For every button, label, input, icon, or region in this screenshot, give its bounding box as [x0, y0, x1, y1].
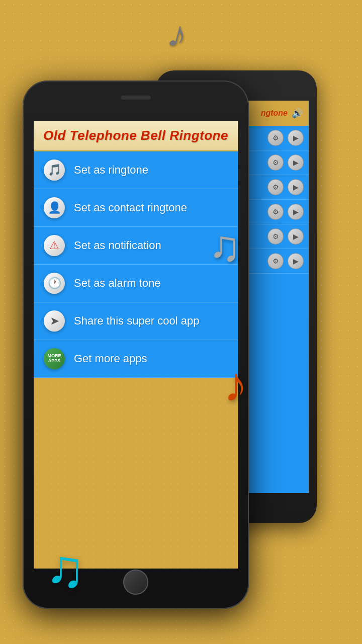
menu-item-contact-ringtone[interactable]: 👤 Set as contact ringtone [34, 189, 238, 227]
menu-list: 🎵 Set as ringtone 👤 Set as contact ringt… [34, 151, 238, 378]
bg-play-icon-3: ▶ [288, 179, 304, 195]
notification-label: Set as notification [74, 239, 161, 252]
menu-item-share[interactable]: ➤ Share this super cool app [34, 302, 238, 340]
bg-play-icon-1: ▶ [288, 130, 304, 146]
menu-item-more-apps[interactable]: MOREAPPS Get more apps [34, 340, 238, 378]
ringtone-label: Set as ringtone [74, 164, 148, 177]
more-apps-icon: MOREAPPS [44, 348, 65, 369]
app-header: Old Telephone Bell Ringtone [34, 121, 238, 151]
bg-phone-title: ngtone [261, 109, 288, 118]
menu-item-notification[interactable]: ⚠ Set as notification [34, 227, 238, 265]
bg-gear-icon-2: ⚙ [267, 154, 284, 171]
app-title: Old Telephone Bell Ringtone [42, 128, 230, 143]
menu-item-alarm[interactable]: 🕐 Set as alarm tone [34, 265, 238, 302]
note-blue-icon: ♫ [45, 538, 85, 599]
phone-speaker [121, 96, 151, 100]
phone-home-button[interactable] [123, 570, 148, 595]
bg-gear-icon-4: ⚙ [267, 204, 284, 220]
alarm-icon: 🕐 [44, 273, 65, 294]
bg-gear-icon-6: ⚙ [267, 253, 284, 269]
share-icon: ➤ [44, 310, 65, 332]
more-apps-label: Get more apps [74, 352, 147, 365]
alarm-label: Set as alarm tone [74, 277, 160, 290]
ringtone-icon: 🎵 [44, 159, 65, 181]
menu-item-ringtone[interactable]: 🎵 Set as ringtone [34, 151, 238, 189]
main-screen: Old Telephone Bell Ringtone 🎵 Set as rin… [34, 121, 238, 569]
note-red-icon: ♪ [224, 357, 248, 412]
main-phone: Old Telephone Bell Ringtone 🎵 Set as rin… [23, 80, 249, 609]
contact-ringtone-label: Set as contact ringtone [74, 201, 187, 214]
bg-play-icon-5: ▶ [288, 228, 304, 245]
notification-icon: ⚠ [44, 235, 65, 256]
bg-play-icon-4: ▶ [288, 204, 304, 220]
contact-ringtone-icon: 👤 [44, 197, 65, 218]
bg-play-icon-2: ▶ [288, 154, 304, 171]
bg-gear-icon-3: ⚙ [267, 179, 284, 195]
bg-gear-icon-5: ⚙ [267, 228, 284, 245]
bg-gear-icon-1: ⚙ [267, 130, 284, 146]
note-silver-icon: ♫ [209, 221, 241, 271]
note-top-icon: ♪ [163, 11, 193, 58]
bg-play-icon-6: ▶ [288, 253, 304, 269]
share-label: Share this super cool app [74, 314, 200, 328]
